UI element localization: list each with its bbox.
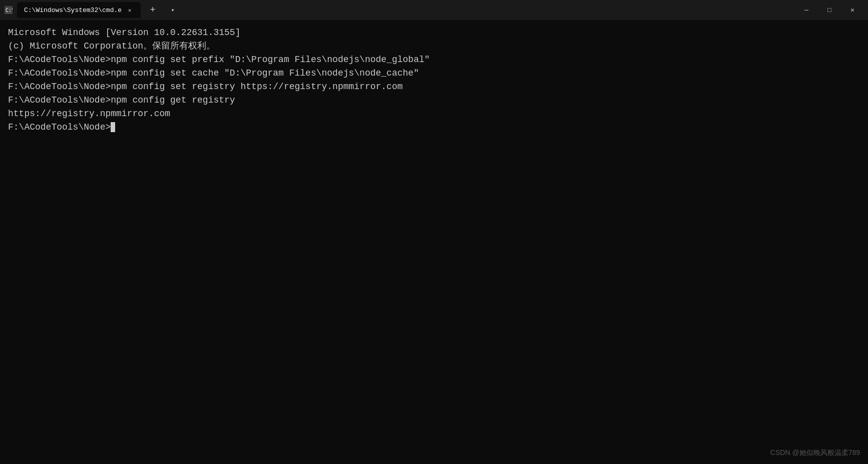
cmd-icon: C:\ [4, 6, 13, 15]
terminal-window: C:\ C:\Windows\System32\cmd.e ✕ + ▾ ─ □ … [0, 0, 868, 464]
svg-text:C:\: C:\ [6, 8, 13, 13]
terminal-line: Microsoft Windows [Version 10.0.22631.31… [8, 26, 860, 40]
tab-close-button[interactable]: ✕ [126, 6, 134, 14]
titlebar: C:\ C:\Windows\System32\cmd.e ✕ + ▾ ─ □ … [0, 0, 868, 20]
minimize-button[interactable]: ─ [795, 0, 818, 20]
tab-label: C:\Windows\System32\cmd.e [24, 7, 122, 14]
window-controls: ─ □ ✕ [795, 0, 864, 20]
terminal-line: (c) Microsoft Corporation。保留所有权利。 [8, 40, 860, 53]
terminal-output: Microsoft Windows [Version 10.0.22631.31… [8, 26, 860, 134]
titlebar-left: C:\ C:\Windows\System32\cmd.e ✕ + ▾ [4, 2, 795, 18]
terminal-cursor [111, 122, 115, 132]
terminal-line: F:\ACodeTools\Node>npm config get regist… [8, 94, 860, 107]
terminal-line: https://registry.npmmirror.com [8, 107, 860, 121]
terminal-line: F:\ACodeTools\Node>npm config set prefix… [8, 53, 860, 67]
terminal-line: F:\ACodeTools\Node> [8, 121, 860, 134]
terminal-line: F:\ACodeTools\Node>npm config set regist… [8, 80, 860, 94]
maximize-button[interactable]: □ [818, 0, 841, 20]
close-button[interactable]: ✕ [841, 0, 864, 20]
tab-dropdown-button[interactable]: ▾ [165, 2, 181, 18]
terminal-line: F:\ACodeTools\Node>npm config set cache … [8, 67, 860, 80]
terminal-body[interactable]: Microsoft Windows [Version 10.0.22631.31… [0, 20, 868, 464]
watermark: CSDN @她似晚风般温柔789 [770, 447, 860, 458]
new-tab-button[interactable]: + [145, 2, 161, 18]
active-tab[interactable]: C:\Windows\System32\cmd.e ✕ [17, 2, 141, 18]
